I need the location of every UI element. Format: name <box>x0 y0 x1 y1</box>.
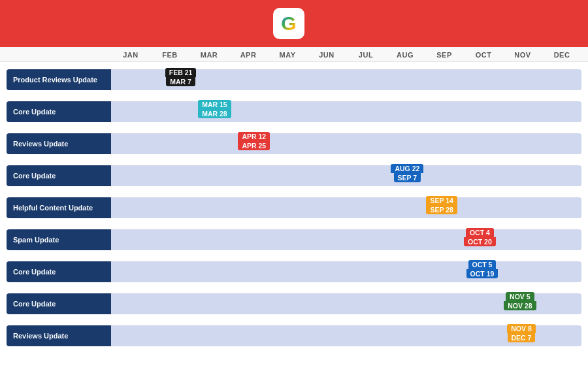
row-bar-7: NOV 5NOV 28 <box>111 293 581 314</box>
month-label-may: MAY <box>268 51 307 59</box>
timeline-row-8: Reviews UpdateNOV 8DEC 7 <box>7 321 581 351</box>
row-bar-2: APR 12APR 25 <box>111 133 581 154</box>
date-start-4: SEP 14 <box>426 196 457 205</box>
header: G <box>0 0 588 47</box>
date-end-7: NOV 28 <box>504 301 536 310</box>
axis-spacer <box>7 51 111 59</box>
row-bar-0: FEB 21MAR 7 <box>111 69 581 90</box>
month-label-mar: MAR <box>189 51 229 59</box>
month-label-sep: SEP <box>425 51 464 59</box>
row-label-7: Core Update <box>7 293 111 314</box>
date-end-0: MAR 7 <box>166 77 195 86</box>
month-label-jul: JUL <box>346 51 385 59</box>
date-start-6: OCT 5 <box>468 260 497 269</box>
date-end-6: OCT 19 <box>466 269 498 278</box>
date-start-3: AUG 22 <box>391 164 423 173</box>
date-badge-2: APR 12APR 25 <box>238 132 270 150</box>
row-bar-8: NOV 8DEC 7 <box>111 325 581 346</box>
timeline-row-4: Helpful Content UpdateSEP 14SEP 28 <box>7 193 581 223</box>
row-bar-3: AUG 22SEP 7 <box>111 165 581 186</box>
date-end-3: SEP 7 <box>394 173 421 182</box>
month-axis: JANFEBMARAPRMAYJUNJULAUGSEPOCTNOVDEC <box>0 47 588 62</box>
date-badge-1: MAR 15MAR 28 <box>198 100 231 118</box>
month-label-feb: FEB <box>150 51 189 59</box>
row-label-8: Reviews Update <box>7 325 111 346</box>
date-end-4: SEP 28 <box>426 205 457 214</box>
row-bar-4: SEP 14SEP 28 <box>111 197 581 218</box>
date-start-0: FEB 21 <box>165 68 197 77</box>
app-container: G JANFEBMARAPRMAYJUNJULAUGSEPOCTNOVDEC P… <box>0 0 588 392</box>
month-label-dec: DEC <box>542 51 581 59</box>
google-g-icon: G <box>281 12 296 35</box>
row-label-2: Reviews Update <box>7 133 111 154</box>
timeline-row-1: Core UpdateMAR 15MAR 28 <box>7 97 581 127</box>
timeline-row-0: Product Reviews UpdateFEB 21MAR 7 <box>7 65 581 95</box>
month-label-jan: JAN <box>111 51 150 59</box>
month-label-jun: JUN <box>307 51 346 59</box>
row-bar-1: MAR 15MAR 28 <box>111 101 581 122</box>
row-label-4: Helpful Content Update <box>7 197 111 218</box>
row-label-3: Core Update <box>7 165 111 186</box>
date-badge-6: OCT 5OCT 19 <box>466 260 498 278</box>
date-badge-3: AUG 22SEP 7 <box>391 164 423 182</box>
row-label-5: Spam Update <box>7 229 111 250</box>
date-badge-4: SEP 14SEP 28 <box>426 196 457 214</box>
month-label-nov: NOV <box>503 51 542 59</box>
date-start-7: NOV 5 <box>506 292 534 301</box>
date-end-5: OCT 20 <box>464 237 496 246</box>
date-badge-8: NOV 8DEC 7 <box>507 324 536 342</box>
timeline-row-5: Spam UpdateOCT 4OCT 20 <box>7 225 581 255</box>
month-label-oct: OCT <box>464 51 503 59</box>
row-bar-5: OCT 4OCT 20 <box>111 229 581 250</box>
timeline-row-6: Core UpdateOCT 5OCT 19 <box>7 257 581 287</box>
date-end-1: MAR 28 <box>198 109 231 118</box>
timeline-row-2: Reviews UpdateAPR 12APR 25 <box>7 129 581 159</box>
row-label-6: Core Update <box>7 261 111 282</box>
date-start-2: APR 12 <box>238 132 270 141</box>
timeline-row-3: Core UpdateAUG 22SEP 7 <box>7 161 581 191</box>
google-logo: G <box>273 8 304 39</box>
date-start-5: OCT 4 <box>466 228 494 237</box>
row-label-1: Core Update <box>7 101 111 122</box>
months-row: JANFEBMARAPRMAYJUNJULAUGSEPOCTNOVDEC <box>111 51 581 59</box>
date-badge-5: OCT 4OCT 20 <box>464 228 496 246</box>
date-end-2: APR 25 <box>238 141 270 150</box>
timeline-row-7: Core UpdateNOV 5NOV 28 <box>7 289 581 319</box>
row-label-0: Product Reviews Update <box>7 69 111 90</box>
date-end-8: DEC 7 <box>508 333 536 342</box>
date-start-1: MAR 15 <box>198 100 231 109</box>
date-badge-0: FEB 21MAR 7 <box>165 68 197 86</box>
timeline-area: Product Reviews UpdateFEB 21MAR 7Core Up… <box>0 62 588 392</box>
date-start-8: NOV 8 <box>507 324 536 333</box>
month-label-aug: AUG <box>385 51 425 59</box>
row-bar-6: OCT 5OCT 19 <box>111 261 581 282</box>
date-badge-7: NOV 5NOV 28 <box>504 292 536 310</box>
month-label-apr: APR <box>229 51 268 59</box>
